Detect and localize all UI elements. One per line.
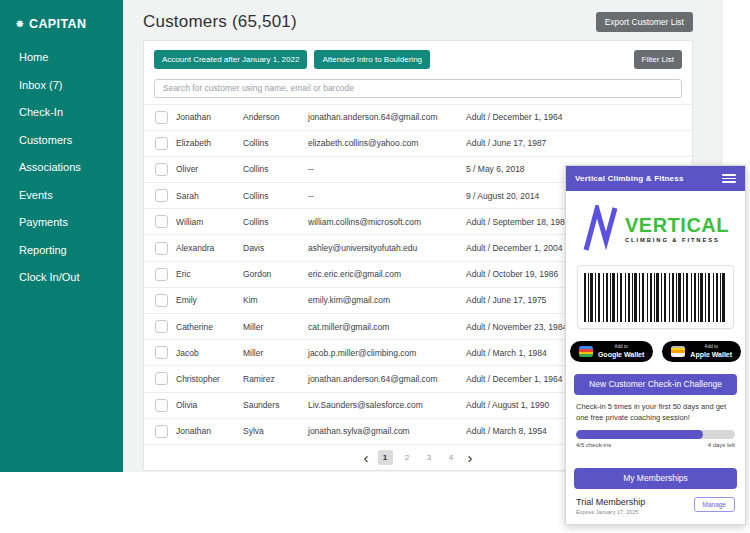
barcode-card	[577, 265, 734, 329]
cell-email: emily.kim@gmail.com	[308, 295, 390, 305]
filter-chip[interactable]: Attended Intro to Bouldering	[314, 50, 430, 69]
table-row[interactable]: Elizabeth Collins elizabeth.collins@yaho…	[144, 130, 692, 156]
cell-first-name: Olivia	[176, 400, 197, 410]
cell-type-dob: Adult / November 23, 1984	[466, 322, 567, 332]
row-checkbox[interactable]	[155, 189, 168, 202]
row-checkbox[interactable]	[155, 215, 168, 228]
cell-email: Liv.Saunders@salesforce.com	[308, 400, 423, 410]
row-checkbox[interactable]	[155, 320, 168, 333]
member-app-title: Vertical Climbing & Fitness	[575, 174, 684, 183]
page-title: Customers (65,501)	[143, 12, 297, 32]
cell-type-dob: Adult / December 1, 1964	[466, 374, 562, 384]
row-checkbox[interactable]	[155, 137, 168, 150]
export-customer-list-button[interactable]: Export Customer List	[596, 12, 693, 32]
cell-first-name: Jonathan	[176, 426, 211, 436]
row-checkbox[interactable]	[155, 242, 168, 255]
cell-last-name: Sylva	[243, 426, 264, 436]
cell-type-dob: Adult / December 1, 1964	[466, 112, 562, 122]
checkin-progress-bar	[576, 430, 735, 439]
sidebar-item[interactable]: Check-In	[0, 99, 123, 127]
row-checkbox[interactable]	[155, 294, 168, 307]
cell-type-dob: Adult / March 8, 1954	[466, 426, 547, 436]
cell-last-name: Miller	[243, 322, 263, 332]
cell-last-name: Collins	[243, 217, 269, 227]
page-number[interactable]: 4	[444, 450, 459, 465]
cell-type-dob: Adult / June 17, 1975	[466, 295, 546, 305]
cell-last-name: Collins	[243, 138, 269, 148]
page-number[interactable]: 3	[422, 450, 437, 465]
cell-email: ashley@universityofutah.edu	[308, 243, 417, 253]
customer-search-input[interactable]	[154, 79, 682, 98]
sidebar-item[interactable]: Customers	[0, 127, 123, 155]
cell-last-name: Gordon	[243, 269, 271, 279]
chevron-right-icon[interactable]: ›	[466, 450, 475, 465]
row-checkbox[interactable]	[155, 425, 168, 438]
cell-first-name: Alexandra	[176, 243, 214, 253]
add-to-apple-wallet-button[interactable]: Add to Apple Wallet	[662, 341, 741, 362]
member-app-header: Vertical Climbing & Fitness	[566, 166, 745, 191]
cell-last-name: Collins	[243, 191, 269, 201]
cell-first-name: Eric	[176, 269, 191, 279]
cell-type-dob: Adult / August 1, 1990	[466, 400, 549, 410]
sidebar-item[interactable]: Associations	[0, 154, 123, 182]
filter-chip[interactable]: Account Created after January 1, 2022	[154, 50, 307, 69]
sidebar-item[interactable]: Inbox (7)	[0, 72, 123, 100]
sidebar-item[interactable]: Payments	[0, 209, 123, 237]
google-wallet-text: Add to Google Wallet	[598, 345, 644, 358]
sidebar-item[interactable]: Clock In/Out	[0, 264, 123, 292]
page-number[interactable]: 1	[378, 450, 393, 465]
cell-email: --	[308, 191, 314, 201]
cell-first-name: Christopher	[176, 374, 220, 384]
apple-wallet-text: Add to Apple Wallet	[690, 345, 732, 358]
apple-wallet-small-label: Add to	[690, 345, 732, 350]
row-checkbox[interactable]	[155, 111, 168, 124]
cell-email: jonathan.sylva@gmail.com	[308, 426, 410, 436]
app-logo-text: CAPITAN	[29, 17, 86, 31]
vertical-logo-text: VERTICAL CLIMBING & FITNESS	[625, 215, 729, 243]
google-wallet-label: Google Wallet	[598, 351, 644, 358]
add-to-google-wallet-button[interactable]: Add to Google Wallet	[570, 341, 653, 362]
google-wallet-small-label: Add to	[598, 345, 644, 350]
cell-email: eric.eric.eric@gmail.com	[308, 269, 401, 279]
row-checkbox[interactable]	[155, 399, 168, 412]
page-number[interactable]: 2	[400, 450, 415, 465]
filter-row: Account Created after January 1, 2022 At…	[144, 41, 692, 69]
cell-first-name: Sarah	[176, 191, 199, 201]
cell-type-dob: 9 / August 20, 2014	[466, 191, 539, 201]
cell-last-name: Ramirez	[243, 374, 275, 384]
cell-email: elizabeth.collins@yahoo.com	[308, 138, 418, 148]
table-row[interactable]: Jonathan Anderson jonathan.anderson.64@g…	[144, 104, 692, 130]
row-checkbox[interactable]	[155, 372, 168, 385]
cell-first-name: Catherine	[176, 322, 213, 332]
search-row	[144, 69, 692, 104]
sidebar: ❋ CAPITAN Home Inbox (7) Check-In Custom…	[0, 0, 123, 472]
chevron-left-icon[interactable]: ‹	[362, 450, 371, 465]
cell-email: jonathan.anderson.64@gmail.com	[308, 112, 438, 122]
cell-first-name: Emily	[176, 295, 197, 305]
cell-last-name: Anderson	[243, 112, 279, 122]
row-checkbox[interactable]	[155, 268, 168, 281]
vertical-logo-title: VERTICAL	[625, 215, 729, 235]
cell-type-dob: Adult / March 1, 1984	[466, 348, 547, 358]
capitan-logo-icon: ❋	[16, 20, 24, 29]
row-checkbox[interactable]	[155, 346, 168, 359]
member-app-panel: Vertical Climbing & Fitness VERTICAL CLI…	[565, 165, 746, 525]
filter-list-button[interactable]: Filter List	[634, 50, 682, 69]
cell-email: jonathan.anderson.64@gmail.com	[308, 374, 438, 384]
manage-membership-button[interactable]: Manage	[694, 497, 736, 512]
cell-type-dob: 5 / May 6, 2018	[466, 164, 525, 174]
row-checkbox[interactable]	[155, 163, 168, 176]
sidebar-item[interactable]: Home	[0, 44, 123, 72]
sidebar-item[interactable]: Events	[0, 182, 123, 210]
membership-row: Trial Membership Expires January 17, 202…	[576, 497, 735, 515]
cell-type-dob: Adult / September 18, 1985	[466, 217, 570, 227]
vertical-logo-subtitle: CLIMBING & FITNESS	[625, 237, 720, 243]
sidebar-item[interactable]: Reporting	[0, 237, 123, 265]
app-logo: ❋ CAPITAN	[0, 0, 123, 31]
cell-first-name: Jacob	[176, 348, 199, 358]
days-left-label: 4 days left	[708, 442, 735, 448]
checkin-progress-fill	[576, 430, 703, 439]
membership-name: Trial Membership	[576, 497, 645, 507]
google-wallet-icon	[579, 346, 593, 357]
hamburger-menu-icon[interactable]	[722, 172, 736, 185]
